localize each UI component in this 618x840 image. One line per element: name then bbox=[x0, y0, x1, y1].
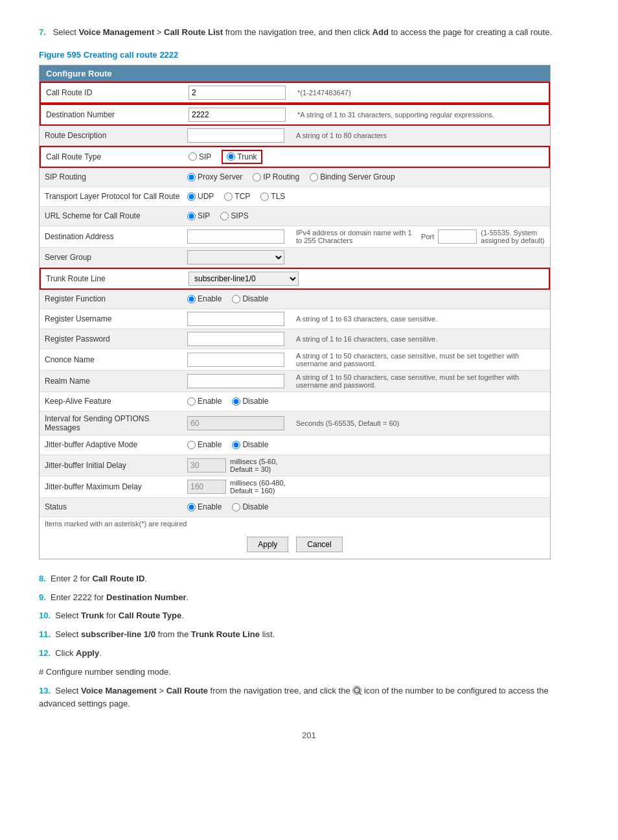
call-route-type-sip[interactable]: SIP bbox=[189, 152, 211, 161]
step-9-number: 9. bbox=[39, 592, 46, 602]
register-username-row: Register Username A string of 1 to 63 ch… bbox=[40, 309, 550, 329]
keep-alive-enable[interactable]: Enable bbox=[187, 397, 222, 406]
register-function-row: Register Function Enable Disable bbox=[40, 290, 550, 309]
route-description-label: Route Description bbox=[45, 131, 187, 140]
cnonce-name-input[interactable] bbox=[187, 353, 284, 367]
jitter-adaptive-enable[interactable]: Enable bbox=[187, 440, 222, 449]
register-username-label: Register Username bbox=[45, 314, 187, 323]
step-8: 8. Enter 2 for Call Route ID. bbox=[39, 572, 579, 586]
transport-layer-row: Transport Layer Protocol for Call Route … bbox=[40, 187, 550, 207]
cancel-button[interactable]: Cancel bbox=[296, 537, 342, 552]
jitter-max-hint: millisecs (60-480, Default = 160) bbox=[230, 479, 291, 495]
port-input[interactable] bbox=[438, 229, 477, 244]
route-description-input[interactable] bbox=[187, 128, 284, 143]
options-interval-row: Interval for Sending OPTIONS Messages Se… bbox=[40, 412, 550, 436]
jitter-adaptive-row: Jitter-buffer Adaptive Mode Enable Disab… bbox=[40, 436, 550, 455]
cnonce-name-label: Cnonce Name bbox=[45, 355, 187, 364]
register-username-hint: A string of 1 to 63 characters, case sen… bbox=[296, 315, 545, 323]
cnonce-name-row: Cnonce Name A string of 1 to 50 characte… bbox=[40, 349, 550, 371]
svg-point-0 bbox=[354, 688, 360, 693]
call-route-id-row: Call Route ID *(1-2147483647) bbox=[40, 82, 550, 104]
step-10-number: 10. bbox=[39, 611, 51, 620]
server-group-label: Server Group bbox=[45, 253, 187, 262]
status-label: Status bbox=[45, 502, 187, 511]
realm-name-input[interactable] bbox=[187, 374, 284, 388]
search-icon bbox=[352, 686, 361, 695]
jitter-initial-label: Jitter-buffer Initial Delay bbox=[45, 461, 187, 470]
route-description-row: Route Description A string of 1 to 80 ch… bbox=[40, 126, 550, 146]
page-number: 201 bbox=[39, 730, 579, 740]
register-username-input[interactable] bbox=[187, 312, 284, 326]
configure-note: # Configure number sending mode. bbox=[39, 666, 579, 679]
form-header: Configure Route bbox=[40, 65, 550, 82]
register-function-label: Register Function bbox=[45, 294, 187, 303]
step-11-number: 11. bbox=[39, 629, 51, 639]
call-route-type-trunk[interactable]: Trunk bbox=[222, 150, 262, 164]
trunk-route-line-row: Trunk Route Line subscriber-line1/0 bbox=[40, 268, 550, 290]
figure-title: Figure 595 Creating call route 2222 bbox=[39, 50, 579, 60]
call-route-id-label: Call Route ID bbox=[46, 88, 189, 97]
destination-number-hint: *A string of 1 to 31 characters, support… bbox=[297, 111, 544, 119]
step-8-number: 8. bbox=[39, 574, 46, 583]
destination-number-label: Destination Number bbox=[46, 110, 189, 119]
trunk-route-line-select[interactable]: subscriber-line1/0 bbox=[189, 272, 299, 286]
options-interval-label: Interval for Sending OPTIONS Messages bbox=[45, 414, 187, 432]
step-11: 11. Select subscriber-line 1/0 from the … bbox=[39, 628, 579, 642]
url-scheme-sip[interactable]: SIP bbox=[187, 211, 210, 220]
step-12: 12. Click Apply. bbox=[39, 647, 579, 660]
call-route-id-hint: *(1-2147483647) bbox=[297, 89, 544, 97]
call-route-type-label: Call Route Type bbox=[46, 152, 189, 161]
register-password-input[interactable] bbox=[187, 332, 284, 346]
server-group-row: Server Group bbox=[40, 248, 550, 268]
port-hint: (1-55535. System assigned by default) bbox=[481, 229, 545, 244]
register-disable[interactable]: Disable bbox=[232, 294, 268, 303]
jitter-initial-input[interactable] bbox=[187, 458, 226, 472]
step-7: 7. Select Voice Management > Call Route … bbox=[39, 26, 579, 40]
url-scheme-label: URL Scheme for Call Route bbox=[45, 211, 187, 220]
apply-button[interactable]: Apply bbox=[247, 537, 288, 552]
jitter-initial-hint: millisecs (5-60, Default = 30) bbox=[230, 458, 291, 473]
form-container: Configure Route Call Route ID *(1-214748… bbox=[39, 65, 551, 559]
destination-number-input[interactable] bbox=[189, 108, 286, 122]
status-enable[interactable]: Enable bbox=[187, 502, 222, 511]
jitter-adaptive-disable[interactable]: Disable bbox=[232, 440, 268, 449]
step-13: 13. Select Voice Management > Call Route… bbox=[39, 684, 579, 712]
step-10: 10. Select Trunk for Call Route Type. bbox=[39, 609, 579, 623]
step-13-number: 13. bbox=[39, 686, 51, 695]
jitter-max-input[interactable] bbox=[187, 480, 226, 494]
sip-routing-proxy[interactable]: Proxy Server bbox=[187, 172, 242, 181]
step-7-number: 7. bbox=[39, 27, 46, 37]
realm-name-hint: A string of 1 to 50 characters, case sen… bbox=[296, 373, 545, 389]
port-label: Port bbox=[421, 233, 434, 240]
destination-address-label: Destination Address bbox=[45, 232, 187, 241]
cnonce-name-hint: A string of 1 to 50 characters, case sen… bbox=[296, 352, 545, 368]
keep-alive-row: Keep-Alive Feature Enable Disable bbox=[40, 392, 550, 412]
url-scheme-sips[interactable]: SIPS bbox=[220, 211, 248, 220]
status-disable[interactable]: Disable bbox=[232, 502, 268, 511]
transport-layer-label: Transport Layer Protocol for Call Route bbox=[45, 192, 187, 201]
register-enable[interactable]: Enable bbox=[187, 294, 222, 303]
keep-alive-disable[interactable]: Disable bbox=[232, 397, 268, 406]
options-interval-hint: Seconds (5-65535, Default = 60) bbox=[296, 419, 545, 427]
step-12-number: 12. bbox=[39, 648, 51, 658]
server-group-select[interactable] bbox=[187, 250, 284, 264]
realm-name-row: Realm Name A string of 1 to 50 character… bbox=[40, 371, 550, 392]
sip-routing-ip[interactable]: IP Routing bbox=[253, 172, 299, 181]
jitter-initial-row: Jitter-buffer Initial Delay millisecs (5… bbox=[40, 455, 550, 476]
options-interval-input[interactable] bbox=[187, 416, 284, 430]
transport-tls[interactable]: TLS bbox=[260, 192, 285, 201]
step-9: 9. Enter 2222 for Destination Number. bbox=[39, 591, 579, 605]
sip-routing-row: SIP Routing Proxy Server IP Routing Bind… bbox=[40, 168, 550, 187]
transport-tcp[interactable]: TCP bbox=[224, 192, 250, 201]
form-buttons: Apply Cancel bbox=[40, 530, 550, 559]
call-route-id-input[interactable] bbox=[189, 86, 286, 100]
trunk-route-line-label: Trunk Route Line bbox=[46, 274, 189, 283]
keep-alive-label: Keep-Alive Feature bbox=[45, 397, 187, 406]
route-description-hint: A string of 1 to 80 characters bbox=[296, 132, 545, 139]
transport-udp[interactable]: UDP bbox=[187, 192, 214, 201]
status-row: Status Enable Disable bbox=[40, 498, 550, 517]
destination-address-input[interactable] bbox=[187, 229, 284, 244]
sip-routing-label: SIP Routing bbox=[45, 172, 187, 181]
url-scheme-row: URL Scheme for Call Route SIP SIPS bbox=[40, 207, 550, 226]
sip-routing-binding[interactable]: Binding Server Group bbox=[310, 172, 395, 181]
